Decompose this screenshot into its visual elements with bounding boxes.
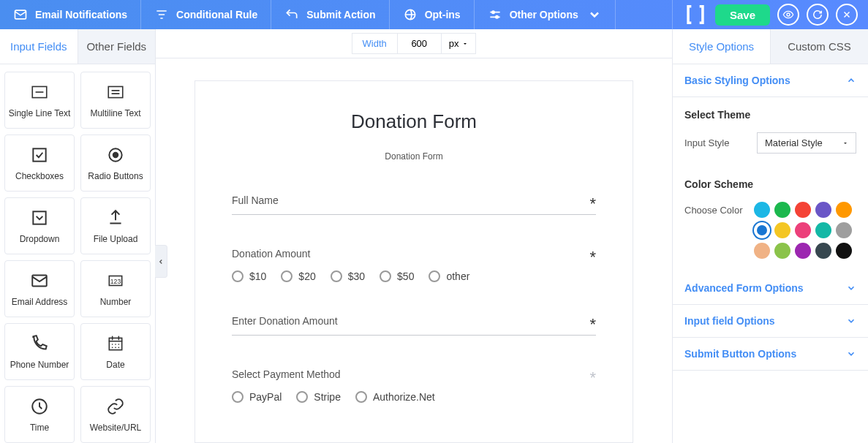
menu-conditional-rule[interactable]: Conditional Rule (141, 0, 271, 29)
color-swatch[interactable] (795, 243, 811, 259)
menu-label: Other Options (510, 9, 578, 20)
field-donation-amount[interactable]: * Donation Amount $10 $20 $30 $50 other (232, 248, 596, 282)
field-time[interactable]: Time (4, 386, 75, 443)
tab-other-fields[interactable]: Other Fields (78, 29, 156, 64)
color-swatch[interactable] (836, 222, 852, 238)
svg-point-9 (113, 153, 118, 158)
section-input-field[interactable]: Input field Options (673, 305, 868, 338)
menu-submit-action[interactable]: Submit Action (271, 0, 389, 29)
right-scroll[interactable]: Basic Styling Options Select Theme Input… (673, 64, 868, 443)
dropdown-icon (30, 208, 49, 227)
collapse-left-panel[interactable] (155, 245, 167, 278)
section-submit-button[interactable]: Submit Button Options (673, 338, 868, 371)
tab-input-fields[interactable]: Input Fields (0, 29, 78, 64)
chevron-down-icon (587, 7, 602, 22)
field-website-url[interactable]: Website/URL (80, 386, 151, 443)
input-style-select[interactable]: Material Style (757, 132, 856, 154)
color-swatch[interactable] (754, 202, 770, 218)
radio-option[interactable]: $50 (380, 270, 414, 282)
width-input[interactable] (397, 33, 441, 54)
radio-option[interactable]: $30 (331, 270, 365, 282)
radio-options: $10 $20 $30 $50 other (232, 270, 596, 282)
input-underline (232, 331, 596, 336)
reload-button[interactable] (807, 4, 829, 26)
field-dropdown[interactable]: Dropdown (4, 197, 75, 254)
menu-other-options[interactable]: Other Options (475, 0, 616, 29)
field-multiline-text[interactable]: Multiline Text (80, 72, 151, 129)
field-label: Donation Amount (232, 248, 596, 260)
chevron-left-icon (157, 258, 165, 265)
field-radio-buttons[interactable]: Radio Buttons (80, 135, 151, 192)
color-swatch[interactable] (795, 202, 811, 218)
tab-custom-css[interactable]: Custom CSS (770, 29, 868, 64)
color-swatches (754, 202, 856, 259)
color-swatch[interactable] (836, 243, 852, 259)
field-grid[interactable]: Single Line Text Multiline Text Checkbox… (0, 64, 155, 443)
color-swatch[interactable] (815, 222, 831, 238)
field-checkboxes[interactable]: Checkboxes (4, 135, 75, 192)
link-icon (106, 397, 125, 416)
top-toolbar: Email Notifications Conditional Rule Sub… (0, 0, 868, 29)
toolbar-spacer (616, 0, 673, 29)
checkbox-icon (30, 145, 49, 164)
required-asterisk: * (589, 315, 596, 334)
left-panel: Input Fields Other Fields Single Line Te… (0, 29, 156, 443)
chevron-down-icon (846, 349, 856, 359)
sliders-icon (488, 7, 502, 22)
field-single-line-text[interactable]: Single Line Text (4, 72, 75, 129)
width-control-bar: Width px (156, 29, 672, 58)
close-button[interactable] (836, 4, 858, 26)
preview-button[interactable] (777, 4, 799, 26)
tab-style-options[interactable]: Style Options (673, 29, 770, 64)
menu-opt-ins[interactable]: Opt-ins (390, 0, 475, 29)
color-swatch[interactable] (815, 202, 831, 218)
width-label: Width (352, 33, 397, 54)
calendar-icon (106, 334, 125, 353)
option-label: PayPal (249, 391, 282, 403)
field-phone-number[interactable]: Phone Number (4, 323, 75, 380)
radio-option[interactable]: other (429, 270, 469, 282)
radio-option[interactable]: $20 (281, 270, 315, 282)
radio-option[interactable]: PayPal (232, 391, 282, 403)
shortcode-button[interactable] (683, 2, 708, 27)
option-label: Stripe (314, 391, 341, 403)
option-label: $50 (397, 270, 414, 282)
canvas-scroll[interactable]: Donation Form Donation Form * Full Name … (156, 58, 672, 443)
menu-label: Opt-ins (425, 9, 461, 20)
color-swatch[interactable] (774, 202, 790, 218)
field-full-name[interactable]: * Full Name (232, 194, 596, 215)
option-label: $30 (348, 270, 365, 282)
width-unit-select[interactable]: px (441, 33, 477, 54)
section-basic-styling[interactable]: Basic Styling Options (673, 64, 868, 97)
save-button[interactable]: Save (715, 4, 770, 26)
svg-rect-7 (33, 148, 45, 161)
color-swatch[interactable] (774, 222, 790, 238)
chevron-down-icon (846, 283, 856, 293)
section-title: Basic Styling Options (684, 75, 790, 86)
svg-text:123: 123 (110, 278, 121, 285)
field-payment-method[interactable]: * Select Payment Method PayPal Stripe Au… (232, 368, 596, 403)
field-date[interactable]: Date (80, 323, 151, 380)
choose-color-row: Choose Color (673, 202, 868, 272)
color-swatch[interactable] (836, 202, 852, 218)
color-swatch[interactable] (754, 222, 770, 238)
field-label: Number (100, 297, 132, 307)
radio-option[interactable]: $10 (232, 270, 266, 282)
color-swatch[interactable] (754, 243, 770, 259)
field-label: Dropdown (20, 234, 60, 244)
radio-option[interactable]: Authorize.Net (355, 391, 435, 403)
phone-icon (30, 334, 49, 353)
field-file-upload[interactable]: File Upload (80, 197, 151, 254)
radio-option[interactable]: Stripe (296, 391, 341, 403)
field-enter-amount[interactable]: * Enter Donation Amount (232, 315, 596, 336)
field-email-address[interactable]: Email Address (4, 260, 75, 317)
field-number[interactable]: 123 Number (80, 260, 151, 317)
color-swatch[interactable] (774, 243, 790, 259)
chevron-down-icon (846, 316, 856, 326)
menu-email-notifications[interactable]: Email Notifications (0, 0, 141, 29)
color-swatch[interactable] (815, 243, 831, 259)
reload-icon (812, 10, 823, 20)
radio-circle (232, 391, 244, 403)
color-swatch[interactable] (795, 222, 811, 238)
section-advanced-form[interactable]: Advanced Form Options (673, 272, 868, 305)
